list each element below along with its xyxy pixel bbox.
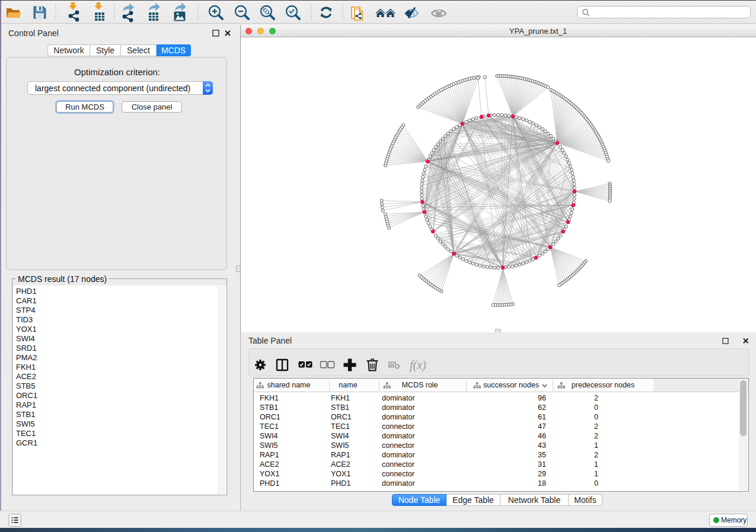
svg-text:f(x): f(x) xyxy=(410,358,426,372)
